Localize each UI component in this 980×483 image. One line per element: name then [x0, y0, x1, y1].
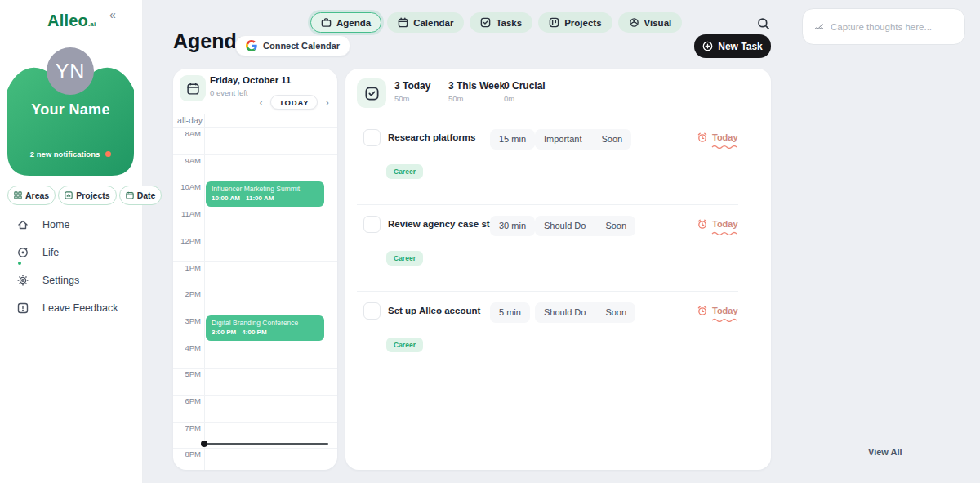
hour-label: 4PM: [173, 343, 201, 352]
tasks-panel-icon-box: [357, 78, 386, 108]
stat-this-week: 3 This Week 50m: [448, 80, 505, 103]
calendar-panel-icon-box: [180, 75, 206, 101]
task-row: Review agency case studies 30 min Should…: [345, 209, 771, 296]
hour-label: 9AM: [173, 156, 201, 165]
due-underline-squiggle: [711, 231, 737, 235]
row-divider: [357, 204, 738, 205]
hour-label: 3PM: [173, 316, 201, 325]
event-title: Influencer Marketing Summit: [212, 185, 318, 193]
task-tag-career[interactable]: Career: [386, 251, 423, 266]
hour-label: 8PM: [173, 449, 201, 458]
task-due-badge[interactable]: Today: [697, 132, 738, 143]
filter-date-button[interactable]: Date: [119, 186, 163, 205]
task-row: Set up Alleo account 5 min Should DoSoon…: [345, 296, 771, 382]
connect-calendar-button[interactable]: Connect Calendar: [235, 35, 350, 56]
task-priority-chip[interactable]: ImportantSoon: [535, 129, 631, 150]
projects-icon: [65, 191, 73, 199]
sidebar-item-settings[interactable]: Settings: [0, 268, 143, 293]
calendar-icon: [186, 82, 200, 96]
event-title: Digital Branding Conference: [212, 319, 318, 327]
tab-agenda[interactable]: Agenda: [310, 12, 381, 33]
all-day-label: all-day: [173, 115, 203, 125]
sidebar-item-home[interactable]: Home: [0, 212, 143, 237]
calendar-icon: [398, 17, 408, 28]
event-time: 10:00 AM - 11:00 AM: [212, 195, 318, 202]
stat-today: 3 Today 50m: [394, 80, 430, 103]
hour-label: 2PM: [173, 289, 201, 298]
hour-label: 12PM: [173, 236, 201, 245]
due-label: Today: [712, 132, 738, 142]
tab-tasks[interactable]: Tasks: [470, 12, 532, 33]
view-all-link[interactable]: View All: [868, 447, 902, 457]
alarm-icon: [697, 218, 708, 230]
sidebar-item-leave-feedback[interactable]: Leave Feedback: [0, 296, 143, 320]
task-duration-chip[interactable]: 5 min: [490, 302, 530, 323]
task-duration-chip[interactable]: 30 min: [490, 216, 535, 236]
sidebar-item-life[interactable]: Life: [0, 240, 143, 265]
current-time-line: [204, 443, 328, 445]
hour-label: 11AM: [173, 209, 201, 218]
top-navigation: Agenda Calendar Tasks Projects Visual: [310, 12, 682, 33]
filter-areas-button[interactable]: Areas: [7, 186, 56, 205]
new-task-button[interactable]: New Task: [694, 34, 771, 58]
calendar-panel: Friday, October 11 0 event left ‹ TODAY …: [173, 69, 337, 470]
task-title[interactable]: Research platforms: [388, 132, 475, 142]
task-due-badge[interactable]: Today: [697, 218, 738, 230]
projects-kanban-icon: [549, 17, 559, 28]
notifications-badge[interactable]: 2 new notifications: [7, 150, 134, 159]
task-due-badge[interactable]: Today: [697, 305, 738, 316]
tab-calendar[interactable]: Calendar: [387, 12, 464, 33]
tab-visual[interactable]: Visual: [618, 12, 683, 33]
calendar-events-left: 0 event left: [210, 88, 247, 97]
sidebar-filters: Areas Projects Date: [7, 186, 162, 205]
hour-label: 6PM: [173, 396, 201, 405]
alarm-icon: [697, 305, 708, 316]
filter-projects-button[interactable]: Projects: [58, 186, 116, 205]
row-divider: [357, 291, 738, 292]
notifications-label: 2 new notifications: [30, 150, 100, 159]
app: Alleo.ai « YN Your Name 2 new notificati…: [0, 0, 980, 483]
hour-label: 5PM: [173, 369, 201, 378]
task-priority-chip[interactable]: Should DoSoon: [535, 302, 635, 323]
stat-crucial: 0 Crucial 0m: [504, 80, 546, 103]
due-label: Today: [712, 219, 738, 229]
capture-input[interactable]: [831, 22, 953, 32]
date-icon: [126, 191, 134, 199]
task-checkbox[interactable]: [363, 216, 381, 233]
due-underline-squiggle: [711, 145, 737, 149]
calendar-grid: all-day 8AM 9AM 10AM 11AM 12PM 1PM 2PM 3…: [173, 114, 337, 470]
task-tag-career[interactable]: Career: [386, 164, 423, 179]
next-day-button[interactable]: ›: [323, 96, 331, 108]
collapse-sidebar-button[interactable]: «: [109, 8, 116, 21]
avatar: YN: [47, 47, 94, 95]
tab-projects[interactable]: Projects: [538, 12, 612, 33]
calendar-nav: ‹ TODAY ›: [257, 95, 331, 110]
active-indicator-dot: [18, 262, 21, 265]
prev-day-button[interactable]: ‹: [257, 96, 265, 108]
profile-card[interactable]: YN Your Name 2 new notifications: [7, 47, 134, 176]
calendar-event[interactable]: Influencer Marketing Summit 10:00 AM - 1…: [206, 181, 324, 207]
search-button[interactable]: [753, 14, 774, 35]
due-underline-squiggle: [711, 318, 737, 322]
task-duration-chip[interactable]: 15 min: [490, 129, 535, 150]
calendar-date-title: Friday, October 11: [210, 75, 292, 85]
plus-circle-icon: [702, 41, 713, 51]
hours-grid: 8AM 9AM 10AM 11AM 12PM 1PM 2PM 3PM 4PM 5…: [173, 127, 337, 470]
google-icon: [246, 40, 257, 51]
life-target-icon: [16, 246, 29, 259]
agenda-icon: [321, 17, 332, 28]
current-time-dot: [201, 441, 207, 447]
calendar-event[interactable]: Digital Branding Conference 3:00 PM - 4:…: [206, 315, 324, 341]
task-title[interactable]: Set up Alleo account: [388, 306, 480, 315]
areas-icon: [14, 191, 22, 199]
hour-label: 7PM: [173, 423, 201, 432]
task-checkbox[interactable]: [363, 302, 381, 320]
all-day-row: all-day: [173, 114, 337, 127]
hour-label: 10AM: [173, 182, 201, 191]
hour-label: 8AM: [173, 129, 201, 138]
home-icon: [16, 218, 29, 231]
task-checkbox[interactable]: [363, 129, 381, 146]
today-button[interactable]: TODAY: [270, 95, 318, 110]
task-priority-chip[interactable]: Should DoSoon: [535, 216, 635, 236]
task-tag-career[interactable]: Career: [386, 338, 423, 352]
